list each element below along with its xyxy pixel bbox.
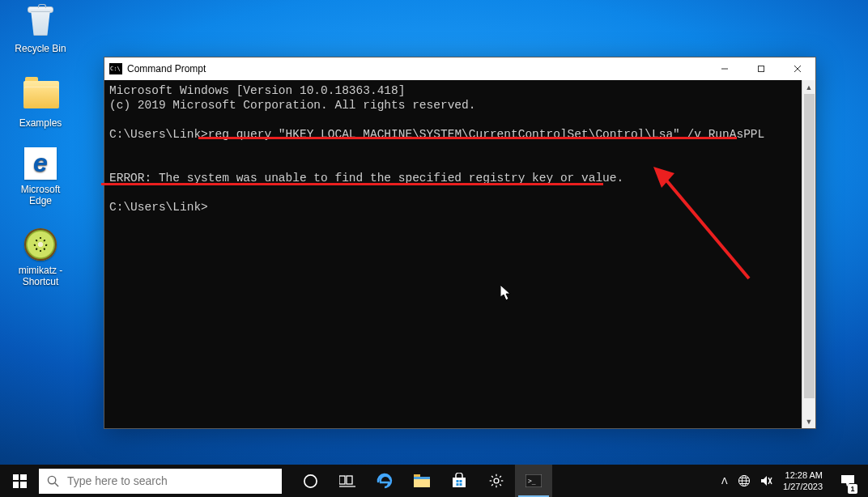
start-button[interactable]: [0, 465, 39, 497]
svg-line-28: [500, 484, 501, 486]
file-explorer-icon: [413, 474, 431, 488]
desktop-icon-label: mimikatz - Shortcut: [10, 265, 71, 287]
svg-rect-21: [460, 483, 462, 486]
svg-rect-18: [457, 480, 459, 482]
notification-badge: 1: [848, 484, 857, 494]
store-icon: [451, 473, 467, 489]
desktop-icon-label: Recycle Bin: [10, 43, 71, 54]
svg-line-30: [491, 484, 493, 486]
cortana-icon: [303, 474, 318, 489]
kiwi-icon: [24, 228, 57, 261]
action-center-button[interactable]: 1: [834, 465, 862, 497]
term-line: (c) 2019 Microsoft Corporation. All righ…: [109, 99, 475, 112]
svg-rect-10: [339, 476, 345, 484]
clock-time: 12:28 AM: [783, 469, 823, 481]
taskbar-tray[interactable]: ᐱ 12:28 AM 1/27/2023 1: [717, 465, 868, 497]
taskbar-pinned-apps: >_: [291, 465, 552, 497]
scroll-thumb[interactable]: [804, 94, 815, 398]
clock-date: 1/27/2023: [783, 481, 823, 492]
svg-rect-19: [460, 480, 462, 482]
volume-icon[interactable]: [760, 474, 773, 487]
scroll-down-button[interactable]: ▼: [802, 414, 816, 428]
folder-icon: [23, 81, 59, 108]
term-prompt: C:\Users\Link>: [109, 128, 208, 141]
edge-icon: [376, 472, 394, 490]
term-prompt: C:\Users\Link>: [109, 201, 208, 214]
taskbar-clock[interactable]: 12:28 AM 1/27/2023: [783, 469, 824, 492]
svg-marker-38: [761, 476, 767, 486]
svg-rect-17: [453, 478, 466, 487]
taskbar-file-explorer-button[interactable]: [403, 465, 440, 497]
scroll-up-button[interactable]: ▲: [802, 80, 816, 94]
svg-rect-16: [414, 477, 430, 479]
annotation-arrow-icon: [652, 165, 757, 287]
svg-rect-1: [758, 66, 764, 72]
taskbar[interactable]: Type here to search: [0, 465, 868, 497]
gear-icon: [488, 473, 504, 489]
annotation-underline: [101, 183, 603, 185]
svg-line-4: [663, 176, 749, 278]
svg-marker-5: [653, 167, 674, 188]
cmd-app-icon: [109, 63, 122, 74]
scroll-track[interactable]: [802, 94, 816, 414]
desktop[interactable]: Recycle Bin Examples Microsoft Edge mimi…: [0, 0, 868, 497]
svg-rect-11: [347, 476, 352, 484]
terminal-scrollbar[interactable]: ▲ ▼: [802, 80, 815, 428]
taskbar-task-view-button[interactable]: [329, 465, 366, 497]
desktop-icon-examples[interactable]: Examples: [10, 79, 71, 129]
term-line: Microsoft Windows [Version 10.0.18363.41…: [109, 84, 405, 97]
desktop-icon-recycle-bin[interactable]: Recycle Bin: [10, 6, 71, 54]
svg-text:>_: >_: [528, 478, 536, 485]
desktop-icon-label: Microsoft Edge: [10, 184, 71, 206]
edge-icon: [24, 147, 57, 180]
svg-point-9: [304, 474, 316, 486]
annotation-underline: [198, 137, 737, 139]
cmd-icon: >_: [525, 474, 542, 487]
taskbar-search-box[interactable]: Type here to search: [39, 469, 282, 494]
search-placeholder: Type here to search: [67, 474, 168, 487]
minimize-button[interactable]: [706, 57, 742, 80]
svg-rect-20: [457, 483, 459, 486]
recycle-bin-icon: [26, 6, 55, 37]
window-title: Command Prompt: [127, 63, 206, 74]
windows-logo-icon: [13, 474, 27, 488]
taskbar-store-button[interactable]: [440, 465, 478, 497]
svg-rect-15: [414, 479, 430, 487]
search-icon: [47, 475, 59, 487]
close-button[interactable]: [779, 57, 815, 80]
command-prompt-window[interactable]: Command Prompt Microsoft Windows [Versio…: [104, 57, 816, 429]
svg-point-7: [48, 476, 55, 483]
svg-line-29: [500, 476, 501, 478]
taskbar-cortana-button[interactable]: [291, 465, 329, 497]
desktop-icon-mimikatz[interactable]: mimikatz - Shortcut: [10, 228, 71, 287]
taskbar-cmd-button[interactable]: >_: [515, 465, 552, 497]
taskbar-settings-button[interactable]: [478, 465, 515, 497]
desktop-icon-label: Examples: [10, 117, 71, 129]
terminal-output[interactable]: Microsoft Windows [Version 10.0.18363.41…: [104, 80, 802, 428]
task-view-icon: [339, 474, 355, 487]
tray-overflow-button[interactable]: ᐱ: [721, 476, 728, 486]
svg-line-8: [55, 482, 58, 486]
network-icon[interactable]: [738, 474, 751, 487]
window-titlebar[interactable]: Command Prompt: [104, 57, 815, 80]
svg-point-22: [494, 478, 499, 483]
maximize-button[interactable]: [742, 57, 779, 80]
desktop-icon-edge[interactable]: Microsoft Edge: [10, 147, 71, 206]
svg-line-27: [491, 476, 493, 478]
taskbar-edge-button[interactable]: [366, 465, 403, 497]
